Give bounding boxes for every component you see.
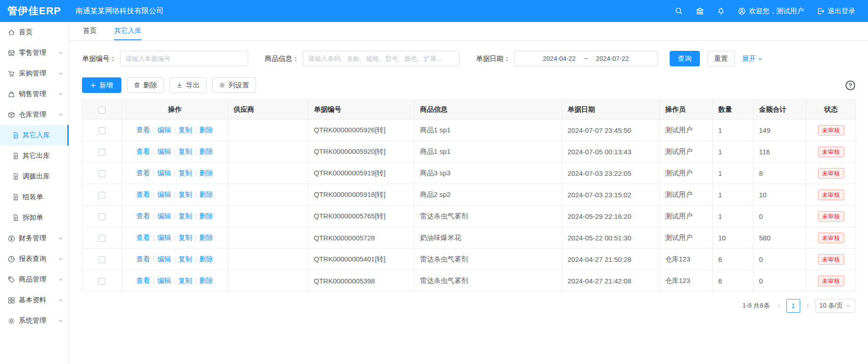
- product-info-input[interactable]: [303, 51, 459, 66]
- sidebar-item-label: 财务管理: [19, 234, 46, 243]
- row-checkbox[interactable]: [98, 170, 105, 177]
- action-separator: |: [153, 212, 155, 220]
- current-page-button[interactable]: 1: [786, 299, 800, 313]
- view-link[interactable]: 查看: [136, 255, 150, 263]
- view-link[interactable]: 查看: [136, 277, 150, 284]
- copy-link[interactable]: 复制: [178, 277, 192, 284]
- row-checkbox[interactable]: [98, 235, 105, 242]
- sidebar-item-sales[interactable]: 销售管理: [0, 84, 69, 104]
- delete-link[interactable]: 删除: [199, 190, 213, 198]
- row-actions-cell: 查看|编辑|复制|删除: [122, 120, 228, 141]
- sidebar-item-home[interactable]: 首页: [0, 22, 69, 43]
- sidebar-item-other-outbound[interactable]: 其它出库: [0, 146, 69, 166]
- date-start-value[interactable]: 2024-04-22: [543, 55, 576, 62]
- row-checkbox[interactable]: [98, 149, 105, 156]
- reset-button[interactable]: 重置: [707, 51, 735, 66]
- bill-no-input[interactable]: [120, 51, 248, 66]
- sidebar-item-system[interactable]: 系统管理: [0, 310, 69, 331]
- logout-text: 退出登录: [828, 7, 855, 16]
- select-all-checkbox[interactable]: [98, 107, 105, 114]
- edit-link[interactable]: 编辑: [158, 169, 171, 177]
- copy-link[interactable]: 复制: [178, 212, 192, 220]
- welcome-user[interactable]: 欢迎您，测试用户: [738, 7, 804, 16]
- sidebar-item-purchase[interactable]: 采购管理: [0, 63, 69, 84]
- prev-page-button[interactable]: [776, 303, 782, 309]
- view-link[interactable]: 查看: [136, 234, 150, 241]
- copy-link[interactable]: 复制: [178, 255, 192, 263]
- expand-filters-link[interactable]: 展开: [742, 54, 763, 63]
- supplier-cell: [228, 206, 308, 227]
- sidebar-item-goods[interactable]: 商品管理: [0, 269, 69, 290]
- copy-link[interactable]: 复制: [178, 190, 192, 198]
- page-size-select[interactable]: 10 条/页: [815, 299, 855, 313]
- delete-link[interactable]: 删除: [199, 255, 213, 263]
- filter-bar: 单据编号： 商品信息： 单据日期： 2024-04-22 ~ 2024-07-2…: [82, 51, 855, 66]
- view-link[interactable]: 查看: [136, 212, 150, 220]
- row-checkbox[interactable]: [98, 278, 105, 285]
- copy-link[interactable]: 复制: [178, 147, 192, 155]
- delete-button[interactable]: 删除: [127, 77, 164, 93]
- edit-link[interactable]: 编辑: [158, 277, 171, 284]
- main-area: 首页 其它入库 单据编号： 商品信息： 单据日期： 2024-04-22 ~ 2…: [69, 22, 868, 364]
- supplier-cell: [228, 227, 308, 249]
- tab-home[interactable]: 首页: [83, 22, 97, 40]
- sidebar-item-transfer-outbound[interactable]: 调拨出库: [0, 166, 69, 187]
- edit-link[interactable]: 编辑: [158, 234, 171, 241]
- row-checkbox[interactable]: [98, 192, 105, 199]
- edit-link[interactable]: 编辑: [158, 190, 171, 198]
- logout-button[interactable]: 退出登录: [817, 7, 855, 16]
- edit-link[interactable]: 编辑: [158, 147, 171, 155]
- row-actions-cell: 查看|编辑|复制|删除: [122, 184, 228, 206]
- sidebar-item-label: 组装单: [22, 193, 43, 201]
- view-link[interactable]: 查看: [136, 147, 150, 155]
- delete-link[interactable]: 删除: [199, 212, 213, 220]
- view-link[interactable]: 查看: [136, 190, 150, 198]
- pagination: 1-8 共8条 1 10 条/页: [82, 299, 855, 313]
- edit-link[interactable]: 编辑: [158, 212, 171, 220]
- export-button[interactable]: 导出: [169, 77, 207, 93]
- edit-link[interactable]: 编辑: [158, 255, 171, 263]
- date-end-value[interactable]: 2024-07-22: [596, 55, 629, 62]
- view-link[interactable]: 查看: [136, 126, 150, 134]
- portal-icon[interactable]: [696, 7, 704, 15]
- export-button-label: 导出: [186, 81, 200, 90]
- next-page-button[interactable]: [805, 303, 810, 309]
- search-button[interactable]: 查询: [670, 51, 700, 66]
- delete-link[interactable]: 删除: [199, 277, 213, 284]
- col-status: 状态: [806, 100, 856, 120]
- row-checkbox-cell: [82, 120, 122, 141]
- sidebar-item-report-query[interactable]: 报表查询: [0, 249, 69, 269]
- delete-link[interactable]: 删除: [199, 169, 213, 177]
- sidebar-item-label: 其它出库: [22, 152, 50, 160]
- edit-link[interactable]: 编辑: [158, 126, 171, 134]
- operator-cell: 测试用户: [660, 141, 713, 163]
- copy-link[interactable]: 复制: [178, 169, 192, 177]
- reset-button-label: 重置: [714, 54, 728, 63]
- sidebar-item-other-inbound[interactable]: 其它入库: [0, 125, 69, 146]
- delete-link[interactable]: 删除: [199, 126, 213, 134]
- copy-link[interactable]: 复制: [178, 234, 192, 241]
- sidebar-item-disassembly-order[interactable]: 拆卸单: [0, 207, 69, 228]
- tab-other-inbound[interactable]: 其它入库: [114, 22, 142, 40]
- chevron-down-icon: [58, 71, 63, 76]
- delete-link[interactable]: 删除: [199, 147, 213, 155]
- copy-link[interactable]: 复制: [178, 126, 192, 134]
- search-icon[interactable]: [675, 7, 683, 15]
- notification-bell-icon[interactable]: [717, 7, 725, 15]
- delete-link[interactable]: 删除: [199, 234, 213, 241]
- sidebar-item-finance[interactable]: 财务管理: [0, 228, 69, 249]
- row-checkbox[interactable]: [98, 256, 105, 263]
- date-range-picker[interactable]: 2024-04-22 ~ 2024-07-22: [514, 51, 658, 66]
- column-settings-button[interactable]: 列设置: [212, 77, 256, 93]
- view-link[interactable]: 查看: [136, 169, 150, 177]
- sidebar-item-retail[interactable]: 零售管理: [0, 43, 69, 63]
- row-checkbox[interactable]: [98, 127, 105, 134]
- help-icon[interactable]: ?: [846, 81, 855, 90]
- row-checkbox[interactable]: [98, 213, 105, 220]
- sidebar-item-basic-data[interactable]: 基本资料: [0, 290, 69, 310]
- sidebar-item-assembly-order[interactable]: 组装单: [0, 187, 69, 207]
- sidebar-item-warehouse[interactable]: 仓库管理: [0, 104, 69, 125]
- add-button[interactable]: 新增: [82, 77, 121, 93]
- row-checkbox-cell: [82, 249, 122, 270]
- chevron-down-icon: [758, 56, 763, 61]
